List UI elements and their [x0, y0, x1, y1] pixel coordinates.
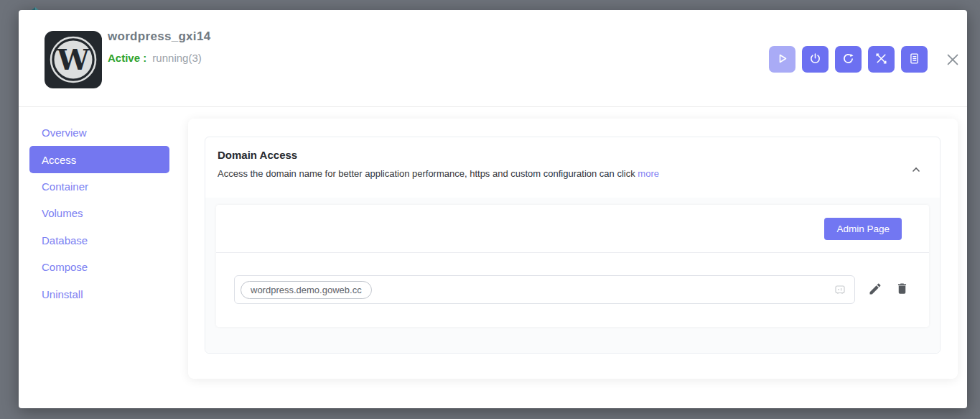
- header-actions: [769, 46, 928, 73]
- start-button[interactable]: [769, 46, 795, 73]
- status-label: Active :: [108, 52, 146, 64]
- main-panel: Domain Access Access the domain name for…: [188, 119, 958, 379]
- app-detail-modal: W wordpress_gxi14 Active : running(3): [19, 10, 967, 408]
- admin-page-button[interactable]: Admin Page: [824, 218, 902, 240]
- title-block: wordpress_gxi14 Active : running(3): [108, 29, 210, 64]
- delete-domain-button[interactable]: [895, 282, 909, 298]
- sidebar: Overview Access Container Volumes Databa…: [29, 119, 169, 308]
- domain-access-card-header: Domain Access Access the domain name for…: [205, 137, 940, 198]
- domain-toolbar-row: Admin Page: [216, 205, 929, 253]
- sidebar-item-uninstall[interactable]: Uninstall: [29, 280, 169, 307]
- play-icon: [776, 52, 788, 67]
- app-status: Active : running(3): [108, 52, 210, 64]
- edit-domain-button[interactable]: [868, 282, 882, 298]
- status-value: running(3): [152, 52, 201, 64]
- sidebar-item-overview[interactable]: Overview: [29, 119, 169, 146]
- app-title: wordpress_gxi14: [108, 29, 210, 44]
- power-icon: [809, 52, 821, 67]
- domain-input[interactable]: wordpress.demo.goweb.cc: [234, 275, 855, 304]
- close-button[interactable]: [944, 52, 961, 69]
- modal-header: W wordpress_gxi14 Active : running(3): [19, 10, 967, 107]
- domain-access-card: Domain Access Access the domain name for…: [205, 137, 941, 354]
- background-logo-peek: [27, 4, 43, 10]
- logs-button[interactable]: [901, 46, 928, 73]
- domain-chip[interactable]: wordpress.demo.goweb.cc: [241, 281, 372, 299]
- sidebar-item-database[interactable]: Database: [29, 227, 169, 254]
- collapse-button[interactable]: [907, 162, 925, 179]
- trash-icon: [895, 282, 909, 298]
- svg-text:W: W: [57, 42, 90, 76]
- more-link[interactable]: more: [638, 168, 659, 179]
- stop-button[interactable]: [802, 46, 829, 73]
- card-title: Domain Access: [218, 149, 925, 161]
- sidebar-item-compose[interactable]: Compose: [29, 254, 169, 280]
- restart-button[interactable]: [835, 46, 862, 73]
- card-subtitle: Access the domain name for better applic…: [218, 168, 925, 179]
- chevron-up-icon: [910, 164, 922, 178]
- card-subtitle-text: Access the domain name for better applic…: [218, 168, 635, 179]
- pencil-icon: [868, 282, 882, 298]
- wordpress-logo: W: [45, 31, 102, 88]
- wordpress-logo-icon: W: [45, 31, 102, 88]
- logs-icon: [908, 52, 920, 67]
- sidebar-item-volumes[interactable]: Volumes: [29, 200, 169, 226]
- tools-button[interactable]: [868, 46, 895, 73]
- domain-access-card-body: Admin Page wordpress.demo.goweb.cc: [205, 198, 940, 353]
- domain-entry-row: wordpress.demo.goweb.cc: [216, 253, 929, 326]
- sidebar-item-access[interactable]: Access: [29, 146, 169, 172]
- close-icon: [945, 52, 961, 70]
- restart-icon: [842, 52, 854, 67]
- modal-body: Overview Access Container Volumes Databa…: [19, 107, 967, 408]
- sidebar-item-container[interactable]: Container: [29, 173, 169, 200]
- tools-icon: [875, 52, 887, 67]
- domain-suffix-icon: [834, 284, 846, 295]
- domain-panel: Admin Page wordpress.demo.goweb.cc: [216, 205, 929, 327]
